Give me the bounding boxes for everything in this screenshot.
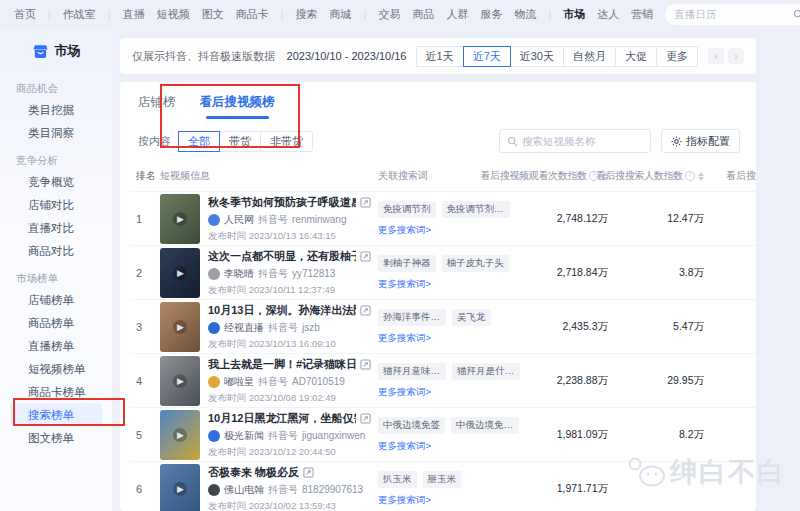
header-search-terms: 关联搜索词 [378,169,473,183]
expand-icon[interactable] [303,467,314,478]
account-name[interactable]: 经视直播 [224,321,264,335]
more-search-terms-link[interactable]: 更多搜索词> [378,440,528,453]
search-term-chip: 孙海洋事件判... [378,309,446,326]
expand-icon[interactable] [360,197,371,208]
video-thumbnail[interactable]: ▶ [160,302,200,352]
video-info-cell: ▶ 否极泰来 物极必反 佛山电翰 抖音号 [160,464,378,511]
video-thumbnail[interactable]: ▶ [160,248,200,298]
range-button-3[interactable]: 自然月 [563,46,616,67]
video-thumbnail[interactable]: ▶ [160,356,200,406]
sidebar-item-12[interactable]: 短视频榜单 [0,357,112,380]
publish-label: 发布时间 [208,338,246,349]
video-search-input[interactable] [522,135,643,147]
more-search-terms-link[interactable]: 更多搜索词> [378,494,528,507]
header-searcher-index-label: 看后搜搜索人数指数 [596,169,683,183]
more-search-terms-link[interactable]: 更多搜索词> [378,332,528,345]
top-nav-item-6[interactable]: 搜索 [296,7,318,22]
account-name[interactable]: 李晓晴 [224,267,254,281]
top-nav-item-14[interactable]: 达人 [597,7,619,22]
video-thumbnail[interactable]: ▶ [160,410,200,460]
view-index-value: 2,435.3万 [528,320,608,334]
video-meta: 10月13日，深圳。孙海洋出法院后表示对判... 经视直播 抖音号 jszb [208,303,378,351]
video-title[interactable]: 这次一点都不明显，还有股柚子的清香，家... [208,249,356,264]
nav-search[interactable] [665,4,800,25]
sidebar-item-14[interactable]: 搜索榜单 [10,403,102,426]
sidebar-item-7[interactable]: 商品对比 [0,239,112,262]
search-term-chip: 猫拜月意味着... [378,363,446,380]
metric-config-button[interactable]: 指标配置 [661,129,740,153]
video-search[interactable] [499,129,651,153]
sidebar-item-5[interactable]: 店铺对比 [0,193,112,216]
next-date-button[interactable]: › [728,48,744,64]
video-title[interactable]: 否极泰来 物极必反 [208,465,299,480]
view-index-value: 1,971.71万 [528,482,608,496]
expand-icon[interactable] [360,251,371,262]
sidebar-item-10[interactable]: 商品榜单 [0,311,112,334]
video-title[interactable]: 我上去就是一脚！#记录猫咪日常 #动物的迷... [208,357,356,372]
top-nav-item-2[interactable]: 直播 [123,7,145,22]
top-nav-item-15[interactable]: 营销 [631,7,653,22]
sidebar-item-6[interactable]: 直播对比 [0,216,112,239]
range-button-0[interactable]: 近1天 [416,46,464,67]
sidebar-item-4[interactable]: 竞争概览 [0,170,112,193]
date-controls: 2023/10/10 - 2023/10/16 近1天 近7天 近30天 自然月… [287,46,744,67]
range-button-1[interactable]: 近7天 [463,46,511,67]
top-nav-item-11[interactable]: 服务 [480,7,502,22]
sidebar-item-11[interactable]: 直播榜单 [0,334,112,357]
content-filter-2[interactable]: 非带货 [260,131,313,152]
sidebar-item-1[interactable]: 类目挖掘 [0,98,112,121]
video-title[interactable]: 秋冬季节如何预防孩子呼吸道感染，钟南山... [208,195,356,210]
info-icon [589,171,599,181]
account-name[interactable]: 极光新闻 [224,429,264,443]
douyin-id: jiguangxinwen [302,430,365,441]
top-nav-item-0[interactable]: 首页 [14,7,51,22]
top-nav-item-10[interactable]: 人群 [446,7,468,22]
top-nav-item-13[interactable]: 市场 [563,7,585,22]
top-nav-item-8[interactable]: 交易 [378,7,400,22]
sidebar: 市场 商品机会 类目挖掘 类目洞察 竞争分析 竞争概览 店铺对比 直播对比 商品… [0,28,112,511]
content-filter-0[interactable]: 全部 [178,131,220,152]
account-name[interactable]: 人民网 [224,213,254,227]
more-search-terms-link[interactable]: 更多搜索词> [378,278,528,291]
video-row-3: 4 ▶ 我上去就是一脚！#记录猫咪日常 #动物的迷... [130,353,756,407]
video-row-1: 2 ▶ 这次一点都不明显，还有股柚子的清香，家... [130,245,756,299]
date-range[interactable]: 2023/10/10 - 2023/10/16 [287,50,407,62]
sidebar-item-9[interactable]: 店铺榜单 [0,288,112,311]
expand-icon[interactable] [360,359,371,370]
expand-icon[interactable] [360,305,371,316]
top-nav-item-4[interactable]: 图文 [202,7,224,22]
expand-icon[interactable] [360,413,371,424]
publish-label: 发布时间 [208,446,246,457]
top-nav-item-7[interactable]: 商城 [330,7,367,22]
more-search-terms-link[interactable]: 更多搜索词> [378,386,528,399]
video-thumbnail[interactable]: ▶ [160,464,200,511]
sidebar-item-13[interactable]: 商品卡榜单 [0,380,112,403]
content-filter-1[interactable]: 带货 [219,131,261,152]
header-view-index: 看后搜视频观看次数指数 [473,169,608,183]
top-nav-item-5[interactable]: 商品卡 [236,7,284,22]
avatar [208,322,220,334]
top-nav-item-3[interactable]: 短视频 [157,7,190,22]
tab-0[interactable]: 店铺榜 [138,94,176,117]
nav-search-input[interactable] [674,8,789,20]
tab-1[interactable]: 看后搜视频榜 [200,94,275,117]
account-name[interactable]: 嘟啦皇 [224,375,254,389]
video-title[interactable]: 10月12日黑龙江黑河，坐船仅需7分钟到达... [208,411,356,426]
range-button-2[interactable]: 近30天 [510,46,564,67]
more-search-terms-link[interactable]: 更多搜索词> [378,224,528,237]
douyin-label: 抖音号 [268,321,298,335]
video-thumbnail[interactable]: ▶ [160,194,200,244]
video-meta: 10月12日黑龙江黑河，坐船仅需7分钟到达... 极光新闻 抖音号 jiguan… [208,411,378,459]
account-name[interactable]: 佛山电翰 [224,483,264,497]
sidebar-item-15[interactable]: 图文榜单 [0,426,112,449]
search-icon [793,9,800,20]
range-button-5[interactable]: 更多 [656,46,698,67]
prev-date-button[interactable]: ‹ [708,48,724,64]
sidebar-item-2[interactable]: 类目洞察 [0,121,112,144]
top-nav-item-9[interactable]: 商品 [412,7,434,22]
range-button-4[interactable]: 大促 [615,46,657,67]
search-term-chip: 剥柚子神器 [378,255,436,272]
top-nav-item-1[interactable]: 作战室 [63,7,111,22]
video-title[interactable]: 10月13日，深圳。孙海洋出法院后表示对判... [208,303,356,318]
top-nav-item-12[interactable]: 物流 [514,7,551,22]
